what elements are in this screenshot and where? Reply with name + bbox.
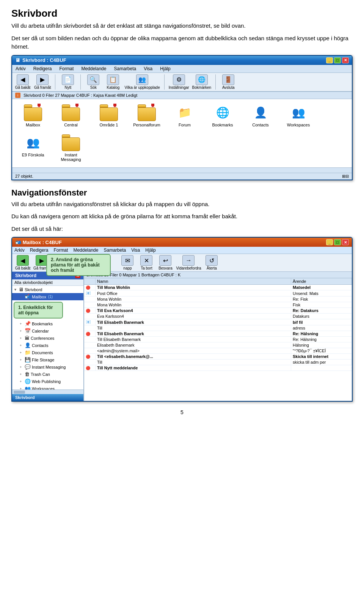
menu-redigera[interactable]: Redigera [32, 66, 53, 72]
mail-row[interactable]: <admin@system.mail> "°?Ðõµ›?¯ ±¥ÏCEÎ [84, 348, 352, 354]
nav-scroll-thumb[interactable] [14, 391, 25, 394]
menu-hjalp[interactable]: Hjälp [159, 66, 171, 72]
folder-personalforum[interactable]: Personalforum [130, 103, 164, 129]
mail-row[interactable]: 🔴 Till <elisabeth.banemark@... Skicka ti… [84, 354, 352, 360]
tb-settings-button[interactable]: ⚙ Inställningar [169, 74, 189, 90]
folder-bookmarks[interactable]: 🌐 Bookmarks [206, 103, 240, 129]
mail-subject [291, 367, 352, 368]
nav-scrollbar[interactable] [12, 390, 83, 394]
folder-forum-label: Forum [179, 123, 191, 127]
folder-omrade1[interactable]: Område 1 [92, 103, 126, 129]
mailbox-close-button[interactable]: ✕ [342, 239, 349, 245]
tb-new-button[interactable]: 📄 Nytt [60, 74, 76, 90]
nav-item-conferences[interactable]: + 🏛 Conferences [12, 334, 83, 342]
mb-tb-forward-button2[interactable]: → Vidarebefordra [176, 255, 201, 270]
folder-central[interactable]: Central [54, 103, 88, 129]
mb-tb-compose-button[interactable]: ✉ napp [119, 255, 136, 270]
mb-menu-redigera[interactable]: Redigera [30, 248, 49, 253]
mb-compose-icon: ✉ [121, 255, 133, 266]
mail-row[interactable]: Eva Karlsson4 Datakurs [84, 314, 352, 319]
folder-flag [38, 104, 41, 107]
mb-tb-recall-button[interactable]: ↺ Återta [203, 255, 220, 270]
nav-item-trashcan[interactable]: + 🗑 Trash Can [12, 371, 83, 378]
menu-arkiv[interactable]: Arkiv [14, 66, 27, 72]
folder-tab [24, 104, 32, 107]
close-button[interactable]: ✕ [342, 57, 349, 63]
mail-row[interactable]: 📧 Post Office Unsend: Mats [84, 290, 352, 296]
nav-item-webpublishing[interactable]: + 🌐 Web Publishing [12, 378, 83, 385]
mb-tb-delete-button[interactable]: ✕ Ta bort [138, 255, 155, 270]
mail-from: Till Mona Wohlin [96, 285, 291, 290]
nav-subtitle: Alla skrivbordsobjekt [12, 279, 83, 286]
folder-mailbox[interactable]: Mailbox [16, 103, 50, 129]
priority-flag: 🔴 [86, 355, 90, 359]
menu-samarbeta[interactable]: Samarbeta [113, 66, 137, 72]
nav-item-workspaces[interactable]: + 👥 Workspaces [12, 385, 83, 390]
mail-row[interactable]: Till skicka till adm per [84, 360, 352, 365]
nav-item-skrivbord[interactable]: ▼ 🖥 Skrivbord [12, 286, 83, 293]
menu-format[interactable]: Format [58, 66, 75, 72]
expander-conferences: + [20, 336, 24, 340]
folder-bookmarks-label: Bookmarks [212, 123, 233, 127]
mail-row[interactable]: Elisabeth Banemark Hälsning [84, 342, 352, 348]
folder-workspaces[interactable]: 👥 Workspaces [281, 103, 315, 129]
menu-visa[interactable]: Visa [143, 66, 154, 72]
mb-tb-reply-button[interactable]: ↩ Besvara [157, 255, 174, 270]
nav-item-contacts[interactable]: + 👤 Contacts [12, 342, 83, 349]
horizontal-scrollbar[interactable] [12, 167, 352, 173]
tb-back-button[interactable]: ◀ Gå bakåt [14, 74, 31, 90]
tb-catalog-button[interactable]: 📋 Katalog [105, 74, 121, 90]
settings-icon: ⚙ [173, 74, 185, 85]
mb-tb-back-button[interactable]: ◀ Gå bakåt [14, 255, 31, 270]
minimize-button[interactable]: _ [326, 57, 333, 63]
folder-forum[interactable]: 📁 Forum [168, 103, 202, 129]
mb-menu-meddelande[interactable]: Meddelande [73, 248, 98, 253]
folder-contacts[interactable]: 👤 Contacts [243, 103, 278, 129]
mail-row[interactable]: Till adress [84, 325, 352, 331]
nav-item-im[interactable]: + 💬 Instant Messaging [12, 363, 83, 371]
central-folder-icon [62, 104, 80, 121]
new-icon: 📄 [62, 74, 74, 85]
mb-menu-visa[interactable]: Visa [131, 248, 140, 253]
menu-meddelande[interactable]: Meddelande [80, 66, 107, 72]
maximize-button[interactable]: □ [334, 57, 341, 63]
mail-row[interactable]: 🔴 Till Eva Karlsson4 Re: Datakurs [84, 308, 352, 314]
nav-item-filestorage[interactable]: + 💾 File Storage [12, 356, 83, 363]
mb-recall-label: Återta [207, 266, 217, 270]
mailbox-minimize-button[interactable]: _ [326, 239, 333, 245]
folder-e9-forskola[interactable]: 👥 E9 Förskola [16, 133, 50, 164]
mail-row[interactable]: 🔴 Till Nytt meddelande [84, 365, 352, 371]
mb-menu-samarbeta[interactable]: Samarbeta [104, 248, 126, 253]
folder-instant-messaging[interactable]: Instant Messaging [54, 133, 88, 164]
mail-row[interactable]: 🔴 Till Elisabeth Banemark Re: Hälsning [84, 331, 352, 337]
mail-row[interactable]: Mona Wohlin Re: Fisk [84, 296, 352, 302]
mb-menu-format[interactable]: Format [53, 248, 68, 253]
mb-forward2-icon: → [182, 255, 195, 266]
filestorage-nav-icon: 💾 [25, 357, 31, 363]
mail-subject: Skicka till internet [291, 354, 352, 359]
mail-row[interactable]: Till Elisabeth Banemark Re: Hälsning [84, 337, 352, 342]
tb-exit-button[interactable]: 🚪 Avsluta [220, 74, 237, 90]
expander-trashcan: + [20, 372, 24, 376]
mail-row[interactable]: Mona Wohlin Fisk [84, 302, 352, 308]
im-folder-icon [62, 134, 80, 151]
tb-forward-button[interactable]: ▶ Gå framåt [34, 74, 51, 90]
mb-menu-arkiv[interactable]: Arkiv [14, 248, 25, 253]
mail-row[interactable]: 🔴 Till Mona Wohlin Matsedel [84, 285, 352, 290]
tb-online-button[interactable]: 👥 Vilka är uppkopplade [124, 74, 160, 90]
tb-search-button[interactable]: 🔍 Sök [85, 74, 102, 90]
mail-column-headers: Namn Ärende [84, 278, 352, 285]
folder-contacts-label: Contacts [252, 123, 268, 127]
nav-footer[interactable]: Skrivbord [12, 394, 83, 401]
footer-text: 27 objekt. [15, 174, 33, 178]
mailbox-nav-icon: 📬 [25, 294, 31, 300]
mb-menu-hjalp[interactable]: Hjälp [145, 248, 155, 253]
nav-item-mailbox[interactable]: ─ 📬 Mailbox (1) [12, 293, 83, 300]
tb-bookmarks-button[interactable]: 🌐 Bokmärken [192, 74, 212, 90]
section1-para2: Det ser då ut som bilden nedan och du öp… [11, 34, 353, 51]
mail-row[interactable]: 📧 Till Elisabeth Banemark bif fil [84, 319, 352, 325]
nav-item-calendar[interactable]: + 📅 Calendar [12, 327, 83, 334]
mailbox-maximize-button[interactable]: □ [334, 239, 341, 245]
nav-item-documents[interactable]: + 📁 Documents [12, 349, 83, 356]
nav-item-bookmarks[interactable]: + 📌 Bookmarks [12, 320, 83, 327]
